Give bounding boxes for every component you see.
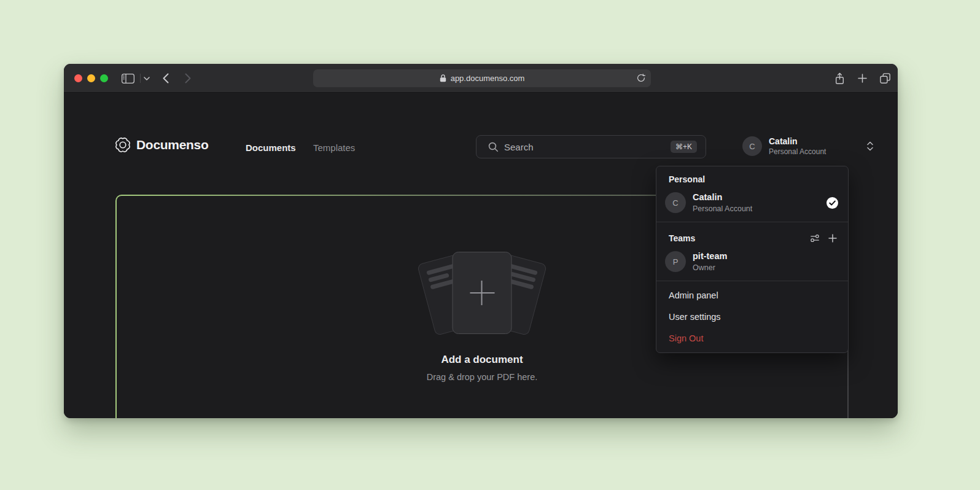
team-avatar: P	[665, 251, 686, 272]
search-icon	[488, 142, 499, 152]
check-circle-icon	[826, 197, 838, 209]
traffic-lights	[74, 74, 108, 82]
brand-name: Documenso	[136, 138, 209, 152]
menu-separator	[656, 222, 848, 222]
chevrons-up-down-icon	[866, 141, 874, 151]
team-row[interactable]: P pit-team Owner	[656, 247, 848, 278]
forward-icon[interactable]	[183, 64, 193, 93]
account-name: Catalin	[769, 137, 826, 146]
nav-templates[interactable]: Templates	[313, 142, 355, 153]
dropzone-title: Add a document	[441, 354, 523, 366]
app-content: Documenso Documents Templates ⌘+K C Cata…	[64, 93, 898, 418]
teams-label-text: Teams	[669, 233, 695, 243]
teams-section-label: Teams	[656, 225, 848, 247]
plus-icon	[470, 281, 494, 305]
search-box[interactable]: ⌘+K	[476, 135, 706, 158]
menu-item-sign-out[interactable]: Sign Out	[656, 327, 848, 349]
toolbar-divider	[140, 74, 141, 83]
lock-icon	[440, 74, 446, 82]
dropzone-subtitle: Drag & drop your PDF here.	[427, 372, 538, 382]
menu-item-admin-panel[interactable]: Admin panel	[656, 284, 848, 306]
menu-separator	[656, 281, 848, 281]
minimize-window-button[interactable]	[87, 74, 95, 82]
account-dropdown-menu: Personal C Catalin Personal Account Team…	[656, 166, 849, 353]
search-input[interactable]	[504, 142, 671, 152]
personal-account-row[interactable]: C Catalin Personal Account	[656, 188, 848, 219]
add-team-icon[interactable]	[828, 234, 837, 243]
back-icon[interactable]	[161, 64, 171, 93]
browser-window: app.documenso.com	[64, 64, 898, 418]
nav-documents[interactable]: Documents	[246, 142, 296, 153]
team-role: Owner	[693, 264, 727, 272]
close-window-button[interactable]	[74, 74, 82, 82]
tab-overview-icon[interactable]	[879, 64, 891, 93]
document-card-center	[453, 252, 512, 334]
document-stack-illustration	[416, 248, 548, 339]
share-icon[interactable]	[834, 64, 845, 93]
account-subtitle: Personal Account	[769, 148, 826, 155]
personal-subtitle: Personal Account	[693, 205, 752, 213]
zoom-window-button[interactable]	[100, 74, 108, 82]
documenso-logo[interactable]: Documenso	[115, 138, 209, 152]
sidebar-toggle-icon[interactable]	[120, 64, 135, 93]
refresh-icon[interactable]	[637, 74, 645, 82]
personal-avatar: C	[665, 192, 686, 213]
url-text: app.documenso.com	[451, 74, 525, 83]
personal-name: Catalin	[693, 193, 752, 202]
address-bar[interactable]: app.documenso.com	[313, 69, 651, 87]
personal-section-label: Personal	[656, 166, 848, 188]
new-tab-icon[interactable]	[857, 64, 868, 93]
tab-group-chevron-icon[interactable]	[142, 64, 151, 93]
account-avatar: C	[742, 136, 762, 156]
manage-teams-icon[interactable]	[810, 233, 820, 243]
account-menu-button[interactable]: C Catalin Personal Account	[742, 136, 874, 156]
search-shortcut-badge: ⌘+K	[671, 141, 697, 153]
browser-toolbar: app.documenso.com	[64, 64, 898, 93]
documenso-logo-icon	[115, 138, 130, 152]
menu-item-user-settings[interactable]: User settings	[656, 306, 848, 327]
team-name: pit-team	[693, 252, 727, 261]
